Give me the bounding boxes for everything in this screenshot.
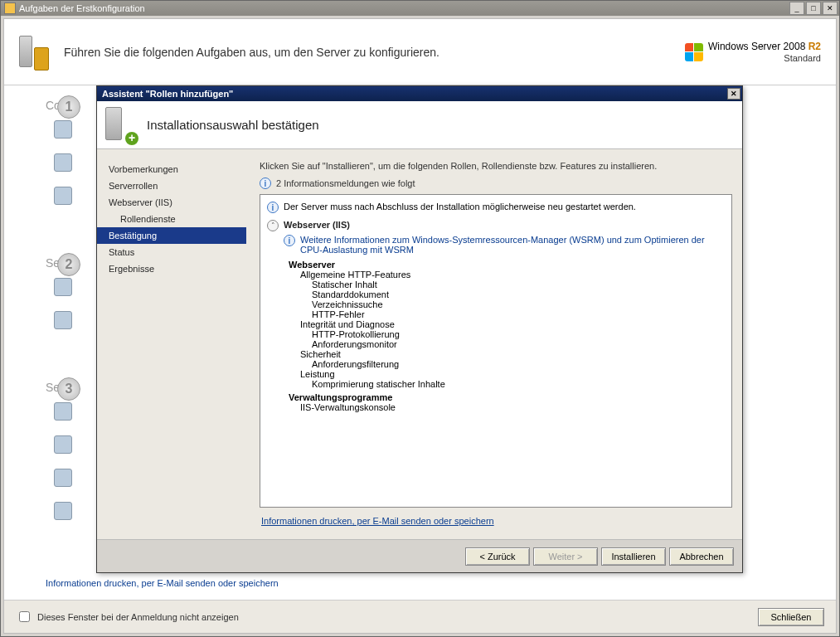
users-icon — [54, 278, 72, 296]
wizard-print-link[interactable]: Informationen drucken, per E-Mail senden… — [260, 508, 732, 534]
banner-text: Führen Sie die folgenden Aufgaben aus, u… — [64, 46, 439, 59]
wizard-title: Assistent "Rollen hinzufügen" — [102, 89, 233, 99]
wizard-button-row: < Zurück Weiter > Installieren Abbrechen — [97, 539, 742, 572]
main-title: Aufgaben der Erstkonfiguration — [19, 3, 145, 13]
close-button[interactable]: ✕ — [823, 2, 838, 15]
add-roles-wizard: Assistent "Rollen hinzufügen" ✕ + Instal… — [96, 85, 743, 573]
brand-r2: R2 — [808, 41, 821, 52]
remote-icon — [54, 469, 72, 487]
info-icon: i — [260, 177, 271, 189]
tree-health: Integrität und Diagnose — [300, 319, 725, 329]
banner: Führen Sie die folgenden Aufgaben aus, u… — [4, 19, 836, 85]
back-button[interactable]: < Zurück — [465, 547, 530, 566]
nav-bestaetigung[interactable]: Bestätigung — [97, 227, 246, 244]
nav-webserver-iis[interactable]: Webserver (IIS) — [97, 194, 246, 211]
brand-edition: Standard — [708, 52, 821, 64]
tree-management-tools: Verwaltungsprogramme — [289, 392, 725, 402]
info-icon: i — [267, 202, 279, 213]
step-1-badge: 1 — [57, 95, 80, 119]
brand-windows: Windows — [708, 41, 749, 52]
install-button[interactable]: Installieren — [601, 547, 666, 566]
network-icon — [54, 187, 72, 205]
wizard-header: + Installationsauswahl bestätigen — [97, 101, 742, 149]
info-count-text: 2 Informationsmeldungen wie folgt — [276, 178, 415, 188]
tree-request-filtering: Anforderungsfilterung — [312, 359, 725, 369]
nav-vorbemerkungen[interactable]: Vorbemerkungen — [97, 161, 246, 177]
nav-status[interactable]: Status — [97, 244, 246, 260]
info-icon: i — [284, 235, 295, 246]
tree-static-content: Statischer Inhalt — [312, 280, 725, 289]
nav-serverrollen[interactable]: Serverrollen — [97, 177, 246, 194]
chevron-up-icon[interactable]: ˄ — [267, 220, 279, 231]
wizard-content: Klicken Sie auf "Installieren", um die f… — [246, 149, 742, 539]
dont-show-label: Dieses Fenster bei der Anmeldung nicht a… — [37, 612, 239, 622]
tree-security: Sicherheit — [300, 349, 725, 359]
next-button: Weiter > — [533, 547, 598, 566]
cancel-button[interactable]: Abbrechen — [669, 547, 734, 566]
brand-year: 2008 — [784, 41, 806, 52]
confirmation-detail-box[interactable]: i Der Server muss nach Abschluss der Ins… — [260, 194, 732, 508]
minimize-button[interactable]: _ — [789, 2, 804, 15]
tree-http-errors: HTTP-Fehler — [312, 309, 725, 319]
server-feature-icon — [54, 435, 72, 454]
wizard-close-button[interactable]: ✕ — [727, 88, 740, 100]
tree-request-monitor: Anforderungsmonitor — [312, 339, 725, 349]
nav-rollendienste[interactable]: Rollendienste — [97, 211, 246, 227]
calendar-icon — [54, 153, 72, 172]
wsrm-note[interactable]: Weitere Informationen zum Windows-System… — [300, 235, 725, 255]
dont-show-checkbox[interactable]: Dieses Fenster bei der Anmeldung nicht a… — [16, 609, 239, 625]
tree-dir-browsing: Verzeichnissuche — [312, 299, 725, 309]
step-2-badge: 2 — [57, 253, 80, 276]
tree-iis-console: IIS-Verwaltungskonsole — [300, 402, 725, 412]
step-3-badge: 3 — [57, 377, 80, 401]
windows-flag-icon — [685, 43, 703, 61]
update-icon — [54, 311, 72, 329]
banner-icon — [19, 36, 52, 69]
main-titlebar[interactable]: Aufgaben der Erstkonfiguration _ □ ✕ — [1, 1, 839, 16]
nav-ergebnisse[interactable]: Ergebnisse — [97, 260, 246, 277]
wizard-nav: Vorbemerkungen Serverrollen Webserver (I… — [97, 149, 246, 539]
app-icon — [4, 2, 16, 14]
wizard-header-text: Installationsauswahl bestätigen — [147, 118, 319, 132]
brand-server: Server — [751, 41, 780, 52]
tree-performance: Leistung — [300, 369, 725, 379]
wizard-header-icon: + — [105, 107, 137, 143]
wizard-titlebar[interactable]: Assistent "Rollen hinzufügen" ✕ — [97, 86, 742, 101]
tree-default-doc: Standarddokument — [312, 289, 725, 299]
role-services-tree: Webserver Allgemeine HTTP-Features Stati… — [289, 260, 725, 412]
footer-bar: Dieses Fenster bei der Anmeldung nicht a… — [4, 600, 836, 633]
key-icon — [54, 120, 72, 139]
firewall-icon — [54, 502, 72, 520]
wizard-instruction: Klicken Sie auf "Installieren", um die f… — [260, 161, 732, 171]
maximize-button[interactable]: □ — [806, 2, 821, 15]
tree-http-features: Allgemeine HTTP-Features — [300, 270, 725, 280]
info-count-line: i 2 Informationsmeldungen wie folgt — [260, 177, 732, 189]
tree-webserver: Webserver — [289, 260, 725, 270]
dont-show-checkbox-input[interactable] — [19, 611, 30, 622]
server-add-icon — [54, 402, 72, 421]
brand-logo: Windows Server 2008 R2 Standard — [685, 41, 821, 64]
close-main-button[interactable]: Schließen — [758, 608, 824, 626]
print-info-link[interactable]: Informationen drucken, per E-Mail senden… — [46, 578, 279, 588]
role-header: Webserver (IIS) — [284, 220, 350, 230]
tree-http-logging: HTTP-Protokollierung — [312, 329, 725, 339]
restart-note: Der Server muss nach Abschluss der Insta… — [284, 202, 636, 212]
tree-static-compression: Komprimierung statischer Inhalte — [312, 379, 725, 389]
